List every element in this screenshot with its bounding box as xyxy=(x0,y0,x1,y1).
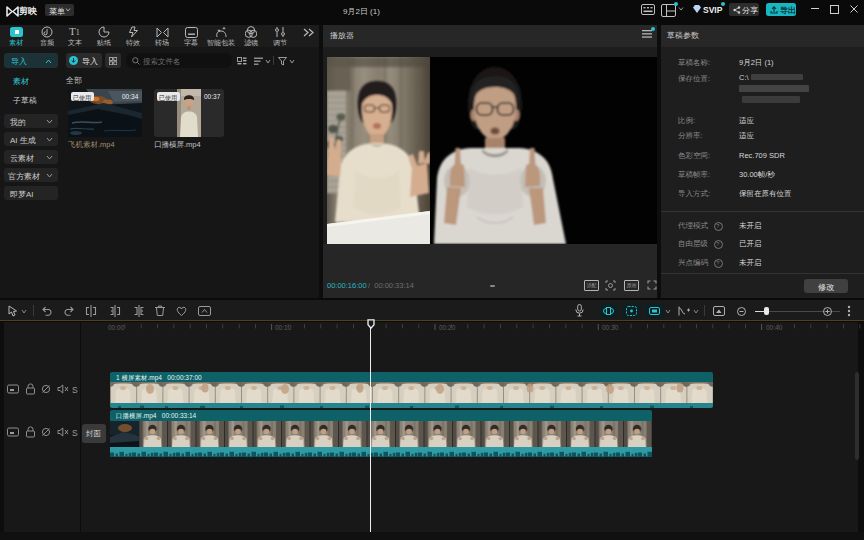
svg-text:S: S xyxy=(72,385,78,395)
svg-text:00:30: 00:30 xyxy=(602,324,619,331)
svg-text:00:20: 00:20 xyxy=(439,324,456,331)
svg-text:00:40: 00:40 xyxy=(766,324,783,331)
svg-text:00:10: 00:10 xyxy=(275,324,292,331)
svg-text:S: S xyxy=(72,428,78,438)
svg-text:00:00: 00:00 xyxy=(108,324,125,331)
